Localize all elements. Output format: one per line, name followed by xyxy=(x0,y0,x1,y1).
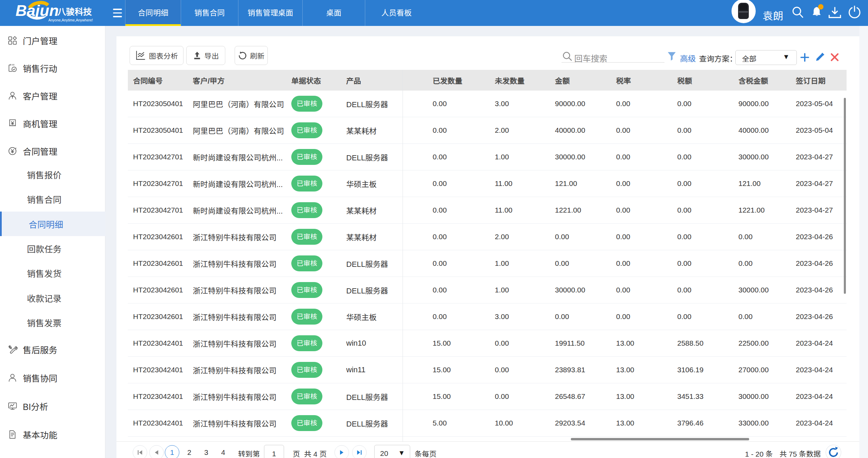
svg-text:Bajun: Bajun xyxy=(16,2,59,19)
svg-text:Anyone,Anytime,Anywhere!: Anyone,Anytime,Anywhere! xyxy=(48,18,93,22)
svg-text:八骏科技: 八骏科技 xyxy=(57,5,92,17)
